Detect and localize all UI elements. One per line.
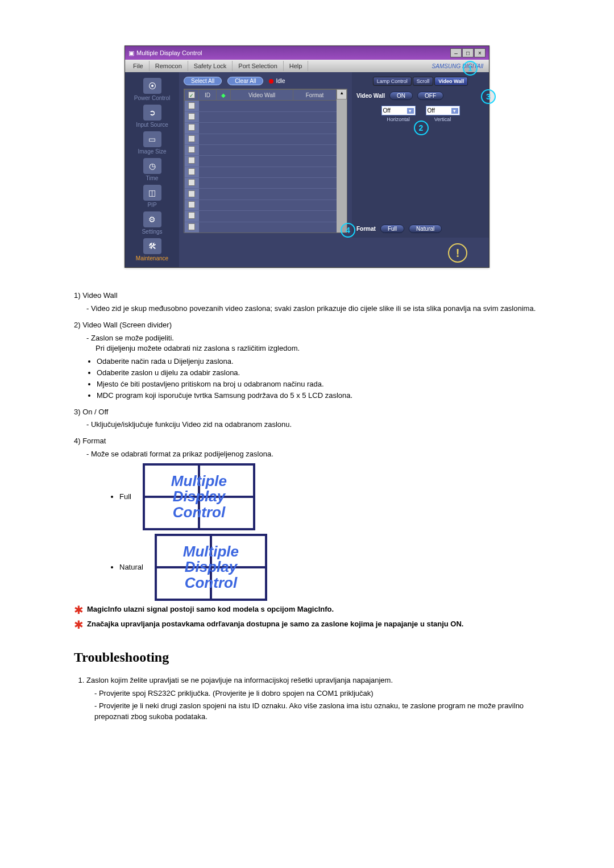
sidebar-item-maintenance[interactable]: 🛠 Maintenance [130,238,175,261]
menu-remocon[interactable]: Remocon [150,61,188,71]
item-2-bullet: Odaberite način rada u Dijeljenju zaslon… [97,356,540,367]
idle-dot-icon [269,79,273,84]
item-1-text: - Video zid je skup međusobno povezanih … [86,304,540,314]
sidebar-item-image[interactable]: ▭ Image Size [130,131,175,155]
item-2-line2: Pri dijeljenju možete odabrati niz zaslo… [96,343,540,354]
clear-all-button[interactable]: Clear All [227,77,263,85]
format-natural-button[interactable]: Natural [409,225,442,233]
callout-4: 4 [341,223,355,238]
row-checkbox[interactable] [188,190,195,197]
scroll-up-icon[interactable]: ▴ [337,89,347,99]
right-panel: Lamp Control Scroll Video Wall 1 Video W… [352,72,489,238]
sidebar: ⦿ Power Control ➲ Input Source ▭ Image S… [125,72,179,267]
format-natural-diagram: MultipleDisplayControl [155,534,267,601]
sidebar-item-time[interactable]: ◷ Time [130,158,175,181]
item-4-text: - Može se odabrati format za prikaz podi… [86,449,540,460]
input-source-icon: ➲ [143,105,161,121]
row-checkbox[interactable] [188,201,195,208]
vertical-label: Vertical [434,117,451,122]
chevron-down-icon: ▾ [407,108,414,114]
titlebar: ▣ Multiple Display Control – □ × [125,46,489,60]
videowall-on-button[interactable]: ON [389,92,413,100]
maintenance-icon: 🛠 [143,238,161,254]
sidebar-item-input[interactable]: ➲ Input Source [130,105,175,128]
videowall-label: Video Wall [356,93,385,99]
doc-content: 1) Video Wall - Video zid je skup međuso… [74,290,540,722]
select-all-button[interactable]: Select All [184,77,222,85]
item-4-title: 4) Format [74,436,540,447]
col-checkbox[interactable] [185,90,199,101]
sidebar-item-pip[interactable]: ◫ PIP [130,185,175,208]
item-1-title: 1) Video Wall [74,290,540,301]
menu-help[interactable]: Help [284,61,309,71]
window-title: Multiple Display Control [136,49,202,56]
callout-2: 2 [414,121,429,135]
item-2-bullet: Mjesto će biti postavljeno pritiskom na … [97,379,540,390]
horizontal-label: Horizontal [387,117,410,122]
tab-scroll[interactable]: Scroll [413,77,434,86]
pip-icon: ◫ [143,185,161,201]
horizontal-select[interactable]: Off ▾ [381,106,416,115]
warning-icon: ! [448,243,467,263]
col-videowall: Video Wall [231,90,293,101]
ts-item-1b: - Provjerite je li neki drugi zaslon spo… [94,701,540,722]
col-opt[interactable]: ◆ [217,90,231,101]
troubleshooting-heading: Troubleshooting [74,647,540,667]
grid-scrollbar[interactable]: ▴ [337,89,347,232]
format-label: Format [356,226,376,232]
row-checkbox[interactable] [188,223,195,230]
grid-table: ID ◆ Video Wall Format [184,89,337,232]
row-checkbox[interactable] [188,146,195,153]
row-checkbox[interactable] [188,124,195,131]
item-3-text: - Uključuje/isključuje funkciju Video zi… [86,420,540,430]
tab-videowall[interactable]: Video Wall [434,77,468,86]
brand-label: SAMSUNG DIGITAll [432,63,487,69]
row-checkbox[interactable] [188,179,195,186]
time-icon: ◷ [143,158,161,174]
app-icon: ▣ [128,49,134,57]
power-icon: ⦿ [143,78,161,94]
row-checkbox[interactable] [188,113,195,120]
videowall-off-button[interactable]: OFF [417,92,443,100]
row-checkbox[interactable] [188,135,195,142]
menu-safety[interactable]: Safety Lock [188,61,233,71]
close-button[interactable]: × [474,48,486,57]
menu-file[interactable]: File [127,61,150,71]
format-full-label: Full [119,492,131,502]
col-format: Format [293,90,337,101]
chevron-down-icon: ▾ [451,108,458,114]
menu-port[interactable]: Port Selection [233,61,283,71]
row-checkbox[interactable] [188,212,195,219]
row-checkbox[interactable] [188,168,195,175]
idle-indicator: Idle [269,78,285,84]
minimize-button[interactable]: – [450,48,462,57]
callout-3: 3 [481,89,496,104]
format-full-button[interactable]: Full [380,225,404,233]
row-checkbox[interactable] [188,102,195,109]
image-size-icon: ▭ [143,131,161,147]
callout-1: 1 [463,61,478,76]
menubar: File Remocon Safety Lock Port Selection … [125,60,489,72]
star-icon: ✱ [74,604,84,616]
format-full-diagram: MultipleDisplayControl [143,463,255,530]
format-natural-label: Natural [119,562,143,573]
sidebar-item-power[interactable]: ⦿ Power Control [130,78,175,101]
display-grid: ID ◆ Video Wall Format [184,89,347,233]
col-id: ID [199,90,217,101]
note-1: MagicInfo ulazni signal postoji samo kod… [87,604,334,615]
note-2: Značajka upravljanja postavkama odrľavan… [87,619,463,630]
ts-item-1a: - Provjerite spoj RS232C priključka. (Pr… [94,688,540,699]
center-panel: Select All Clear All Idle ID ◆ [179,72,352,238]
tab-lamp[interactable]: Lamp Control [373,77,412,86]
sidebar-item-settings[interactable]: ⚙ Settings [130,211,175,235]
item-2-line1: - Zaslon se može podijeliti. [86,333,540,344]
settings-icon: ⚙ [143,211,161,227]
maximize-button[interactable]: □ [462,48,474,57]
item-2-bullet: MDC program koji isporučuje tvrtka Samsu… [97,391,540,401]
vertical-select[interactable]: Off ▾ [426,106,460,115]
ts-item-1: Zaslon kojim želite upravljati se ne poj… [86,676,393,684]
star-icon: ✱ [74,619,84,630]
row-checkbox[interactable] [188,157,195,164]
status-bar: ! [179,238,489,267]
item-2-title: 2) Video Wall (Screen divider) [74,320,540,331]
